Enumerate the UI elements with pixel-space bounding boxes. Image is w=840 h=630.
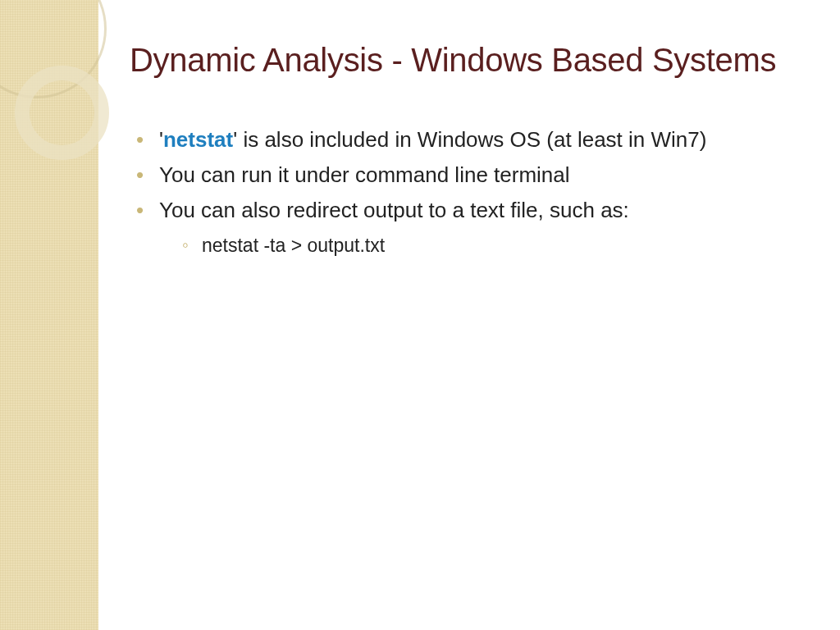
bullet-item-2: You can run it under command line termin… [136,159,807,191]
slide-content: Dynamic Analysis - Windows Based Systems… [130,41,807,263]
decorative-circle-small [15,66,109,160]
bullet-3-text: You can also redirect output to a text f… [159,198,629,222]
sub-bullet-list: netstat -ta > output.txt [159,231,807,260]
sub-bullet-item-1: netstat -ta > output.txt [182,231,807,260]
bullet-item-1: 'netstat' is also included in Windows OS… [136,124,807,156]
bullet-1-keyword: netstat [163,127,233,152]
slide-title: Dynamic Analysis - Windows Based Systems [130,41,807,79]
bullet-1-suffix: ' is also included in Windows OS (at lea… [233,127,706,152]
bullet-item-3: You can also redirect output to a text f… [136,194,807,260]
bullet-list: 'netstat' is also included in Windows OS… [130,124,807,260]
